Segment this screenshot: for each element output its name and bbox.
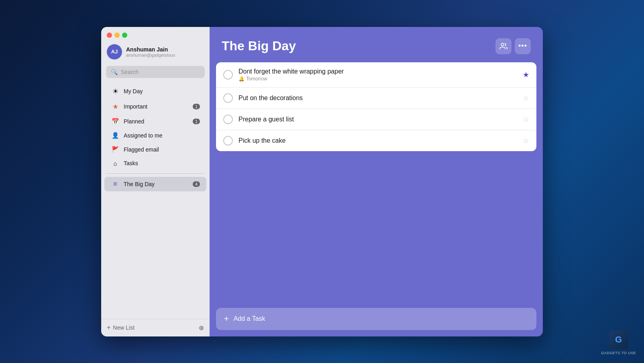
sidebar-item-label: Tasks [124, 160, 200, 166]
important-badge: 1 [193, 104, 200, 109]
page-title: The Big Day [222, 39, 296, 53]
add-task-button[interactable]: + Add a Task [216, 308, 536, 330]
task-title: Dont forget the white wrapping paper [238, 68, 517, 75]
task-content: Pick up the cake [238, 137, 517, 144]
table-row[interactable]: Put on the decorations ☆ [216, 88, 536, 109]
new-list-button[interactable]: + New List [107, 324, 135, 331]
sidebar-item-label: The Big Day [124, 181, 189, 187]
star-icon[interactable]: ★ [523, 70, 529, 79]
star-icon[interactable]: ☆ [523, 94, 529, 103]
table-row[interactable]: Pick up the cake ☆ [216, 130, 536, 151]
task-title: Prepare a guest list [238, 116, 517, 123]
sidebar-item-the-big-day[interactable]: ≡ The Big Day 4 [104, 177, 206, 191]
add-square-icon[interactable]: ⊕ [199, 324, 204, 332]
search-placeholder: Search [121, 69, 139, 75]
sidebar-item-planned[interactable]: 📅 Planned 1 [104, 115, 206, 128]
task-checkbox[interactable] [223, 70, 233, 80]
task-content: Dont forget the white wrapping paper 🔔 T… [238, 68, 517, 82]
list-icon: ≡ [111, 180, 120, 188]
table-row[interactable]: Dont forget the white wrapping paper 🔔 T… [216, 62, 536, 88]
new-list-label: New List [113, 324, 135, 331]
traffic-lights [107, 33, 127, 38]
task-content: Prepare a guest list [238, 116, 517, 123]
task-subtitle: 🔔 Tomorrow [238, 76, 517, 82]
star-icon[interactable]: ☆ [523, 115, 529, 124]
task-checkbox[interactable] [223, 93, 233, 103]
search-bar[interactable]: 🔍 Search [106, 66, 205, 78]
header-actions: ••• [495, 38, 531, 54]
main-content: The Big Day ••• [210, 27, 543, 336]
main-header: The Big Day ••• [210, 27, 543, 62]
sidebar-item-important[interactable]: ★ Important 1 [104, 99, 206, 114]
nav-items: ☀ My Day ★ Important 1 📅 Planned 1 👤 Ass… [101, 82, 210, 319]
important-icon: ★ [111, 103, 120, 111]
my-day-icon: ☀ [111, 87, 120, 96]
sidebar-item-label: Assigned to me [124, 132, 200, 139]
planned-badge: 1 [193, 119, 200, 124]
plus-icon: + [107, 324, 110, 331]
watermark: G GADGETS TO USE [601, 330, 636, 355]
person-share-icon [499, 42, 507, 50]
sidebar-divider [106, 173, 205, 174]
logo-text: GADGETS TO USE [601, 351, 636, 355]
logo-letter: G [615, 334, 622, 345]
task-checkbox[interactable] [223, 115, 233, 124]
sidebar-item-my-day[interactable]: ☀ My Day [104, 84, 206, 99]
sidebar-item-flagged-email[interactable]: 🚩 Flagged email [104, 143, 206, 156]
close-button[interactable] [107, 33, 112, 38]
search-icon: 🔍 [111, 69, 118, 75]
list-badge: 4 [193, 181, 200, 187]
sidebar-item-label: Flagged email [124, 146, 200, 153]
maximize-button[interactable] [122, 33, 127, 38]
flagged-icon: 🚩 [111, 146, 120, 153]
main-footer: + Add a Task [210, 308, 543, 336]
titlebar [101, 27, 210, 41]
sidebar-item-label: Important [124, 103, 189, 110]
svg-point-0 [501, 43, 504, 46]
add-task-label: Add a Task [234, 315, 265, 322]
assigned-icon: 👤 [111, 132, 120, 139]
task-title: Put on the decorations [238, 94, 517, 102]
plus-icon: + [224, 314, 229, 324]
user-name: Anshuman Jain [126, 46, 175, 53]
sidebar-item-assigned-to-me[interactable]: 👤 Assigned to me [104, 129, 206, 142]
task-checkbox[interactable] [223, 136, 233, 146]
minimize-button[interactable] [114, 33, 120, 38]
user-email: anshuman@gadgetstous [126, 53, 175, 57]
user-profile[interactable]: AJ Anshuman Jain anshuman@gadgetstous [101, 41, 210, 64]
sidebar-item-label: My Day [124, 88, 200, 94]
task-content: Put on the decorations [238, 94, 517, 102]
avatar: AJ [107, 44, 122, 59]
bell-icon: 🔔 [238, 76, 245, 82]
table-row[interactable]: Prepare a guest list ☆ [216, 109, 536, 130]
logo-box: G [609, 330, 628, 349]
sidebar-item-label: Planned [124, 118, 189, 125]
sidebar-footer: + New List ⊕ [101, 319, 210, 336]
tasks-icon: ⌂ [111, 160, 120, 167]
tasks-list: Dont forget the white wrapping paper 🔔 T… [210, 62, 543, 151]
share-button[interactable] [495, 38, 512, 54]
user-details: Anshuman Jain anshuman@gadgetstous [126, 46, 175, 57]
task-title: Pick up the cake [238, 137, 517, 144]
more-options-button[interactable]: ••• [515, 38, 531, 54]
app-window: AJ Anshuman Jain anshuman@gadgetstous 🔍 … [101, 27, 543, 336]
star-icon[interactable]: ☆ [523, 136, 529, 145]
sidebar-item-tasks[interactable]: ⌂ Tasks [104, 157, 206, 170]
planned-icon: 📅 [111, 118, 120, 125]
sidebar: AJ Anshuman Jain anshuman@gadgetstous 🔍 … [101, 27, 210, 336]
ellipsis-icon: ••• [518, 42, 527, 50]
